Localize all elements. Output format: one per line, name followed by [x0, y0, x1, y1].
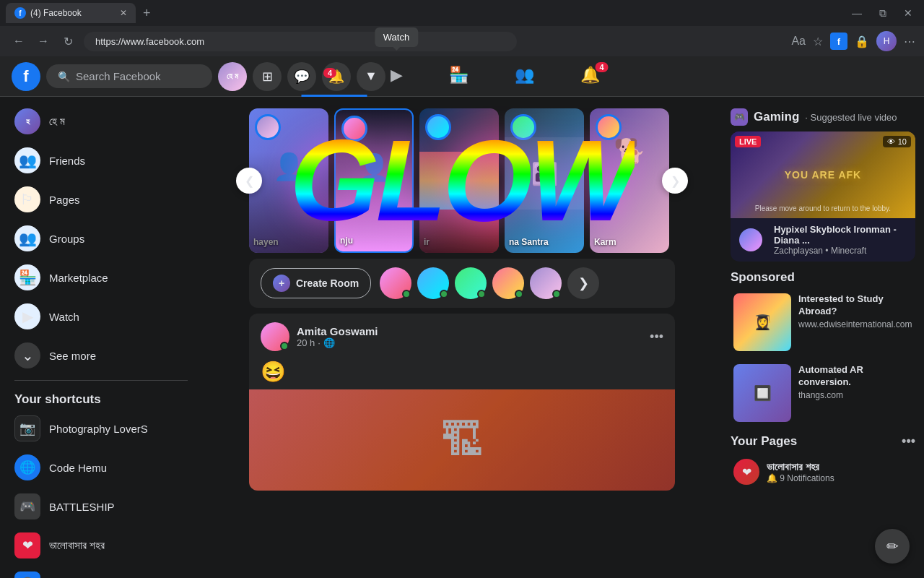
shortcut-codehemu[interactable]: 🌐 Code Hemu — [6, 449, 196, 486]
view-count: 👁 10 — [883, 136, 911, 147]
sidebar-item-groups[interactable]: 👥 Groups — [6, 220, 196, 257]
online-indicator-3 — [477, 290, 486, 298]
tab-close-button[interactable]: ✕ — [120, 8, 127, 18]
sidebar-item-friends[interactable]: 👥 Friends — [6, 142, 196, 179]
eye-icon: 👁 — [887, 137, 895, 146]
online-indicator-1 — [402, 290, 411, 298]
shortcut-8ball[interactable]: 🎱 8 Ball Pool — [6, 566, 196, 578]
post-user-avatar[interactable] — [261, 322, 289, 351]
sidebar-item-seemore[interactable]: ⌄ See more — [6, 337, 196, 374]
sidebar-item-watch[interactable]: ▶ Watch — [6, 298, 196, 335]
codehemu-icon: 🌐 — [14, 454, 40, 480]
post-user-name[interactable]: Amita Goswami — [297, 325, 378, 337]
stories-next-button[interactable]: ❯ — [662, 168, 688, 194]
ad-info-1: Interested to Study Abroad? www.edwisein… — [798, 293, 912, 329]
edit-fab-button[interactable]: ✏ — [875, 529, 910, 564]
room-user-2[interactable] — [417, 267, 449, 299]
maximize-button[interactable]: ⧉ — [873, 6, 892, 21]
sidebar-item-pages[interactable]: 🏳 Pages — [6, 181, 196, 218]
room-user-5[interactable] — [530, 267, 562, 299]
reload-button[interactable]: ↻ — [58, 31, 78, 51]
sidebar-item-marketplace[interactable]: 🏪 Marketplace — [6, 259, 196, 296]
ad-item-2[interactable]: 🔲 Automated AR conversion. thangs.com — [731, 361, 915, 425]
ad-title-2: Automated AR conversion. — [798, 364, 912, 389]
menu-icon[interactable]: ⋯ — [904, 35, 915, 48]
stories-prev-button[interactable]: ❮ — [236, 168, 262, 194]
fb-logo[interactable]: f — [12, 62, 40, 91]
close-button[interactable]: ✕ — [898, 6, 918, 21]
create-room-button[interactable]: + Create Room — [261, 268, 371, 298]
messenger-button[interactable]: 💬 — [287, 62, 316, 91]
room-user-1[interactable] — [380, 267, 411, 299]
stream-info: Hypixel Skyblock Ironman - Diana ... Zac… — [731, 218, 915, 262]
sidebar-friends-label: Friends — [49, 155, 85, 167]
wallet-icon[interactable]: 🔒 — [855, 35, 869, 48]
story-card-5[interactable]: Karm 🐕 — [590, 108, 669, 253]
friends-icon: 👥 — [14, 147, 40, 173]
bookmark-icon[interactable]: ☆ — [813, 35, 823, 48]
room-more-button[interactable]: ❯ — [567, 267, 599, 299]
story-avatar-3 — [425, 114, 451, 140]
pages-icon: 🏳 — [14, 186, 40, 212]
photography-label: Photography LoverS — [49, 423, 148, 435]
search-icon: 🔍 — [58, 71, 70, 82]
create-room-icon: + — [273, 275, 290, 292]
gaming-label: 🎮 Gaming · Suggested live video — [731, 108, 897, 126]
dropdown-button[interactable]: ▼ — [357, 62, 385, 91]
bell-button[interactable]: 🔔 4 — [322, 62, 351, 91]
fb-header: f 🔍 Search Facebook 🏠 ▶ Watch 🏪 👥 🔔 4 হে… — [0, 56, 924, 97]
shortcut-bhalobashar[interactable]: ❤ ভালোবাসার শহর — [6, 527, 196, 564]
sidebar-item-user[interactable]: হ হে ম — [6, 103, 196, 140]
header-right: হে ম ⊞ 💬 🔔 4 ▼ — [218, 62, 385, 91]
address-bar: ← → ↻ Aa ☆ f 🔒 H ⋯ — [0, 26, 924, 56]
live-thumbnail[interactable]: YOU ARE AFK Please move around to return… — [731, 131, 915, 218]
story-card-3[interactable]: ir — [419, 108, 499, 253]
nav-buttons: ← → ↻ — [9, 31, 78, 51]
sponsored-section-title: Sponsored — [731, 270, 915, 285]
room-user-4[interactable] — [492, 267, 524, 299]
ad-item-1[interactable]: 👩‍🎓 Interested to Study Abroad? www.edwi… — [731, 290, 915, 354]
story-card-4[interactable]: na Santra 👨‍👩‍👧 — [505, 108, 584, 253]
sidebar-user-initials: হ — [26, 117, 30, 126]
profile-icon[interactable]: H — [876, 31, 897, 51]
ad-image-1: 👩‍🎓 — [754, 314, 772, 331]
battleship-label: BATTLESHIP — [49, 501, 115, 513]
room-section: + Create Room — [249, 259, 675, 308]
story-avatar-5 — [596, 114, 622, 140]
bell-small-icon: 🔔 — [767, 473, 777, 483]
new-tab-button[interactable]: + — [139, 4, 155, 22]
ad-thumb-1: 👩‍🎓 — [733, 293, 791, 351]
stream-text-info: Hypixel Skyblock Ironman - Diana ... Zac… — [774, 224, 907, 256]
shortcut-battleship[interactable]: 🎮 BATTLESHIP — [6, 488, 196, 525]
user-avatar[interactable]: হে ম — [218, 62, 247, 91]
nav-marketplace[interactable]: 🏪 — [426, 56, 492, 97]
page-name-1: ভালোবাসার শহর — [767, 461, 912, 473]
post-more-button[interactable]: ••• — [650, 329, 663, 345]
window-controls: — ⧉ ✕ — [846, 6, 918, 21]
url-input[interactable] — [84, 32, 517, 51]
fb-ext-icon[interactable]: f — [830, 33, 847, 50]
pages-more-button[interactable]: ••• — [902, 434, 915, 449]
nav-notifications[interactable]: 🔔 4 — [557, 56, 623, 97]
sidebar-user-avatar: হ — [14, 108, 40, 134]
story-card-2[interactable]: nju 👤 — [334, 108, 414, 253]
apps-button[interactable]: ⊞ — [253, 62, 282, 91]
post-emoji-content: 😆 — [249, 357, 675, 389]
forward-button[interactable]: → — [33, 31, 53, 51]
nav-groups[interactable]: 👥 — [492, 56, 557, 97]
ad-title-1: Interested to Study Abroad? — [798, 293, 912, 318]
online-indicator-4 — [515, 290, 523, 298]
search-bar[interactable]: 🔍 Search Facebook — [46, 64, 212, 88]
reader-icon[interactable]: Aa — [791, 35, 806, 48]
page-item-1[interactable]: ❤ ভালোবাসার শহর 🔔 9 Notifications — [731, 454, 915, 489]
shortcut-photography[interactable]: 📷 Photography LoverS — [6, 410, 196, 447]
ad-thumb-2: 🔲 — [733, 364, 791, 422]
gaming-card[interactable]: YOU ARE AFK Please move around to return… — [731, 131, 915, 262]
sidebar-divider — [14, 380, 188, 381]
photography-icon: 📷 — [14, 415, 40, 441]
active-tab[interactable]: f (4) Facebook ✕ — [6, 3, 136, 23]
back-button[interactable]: ← — [9, 31, 29, 51]
minimize-button[interactable]: — — [846, 6, 868, 21]
room-user-3[interactable] — [455, 267, 487, 299]
right-panel: 🎮 Gaming · Suggested live video YOU ARE … — [722, 97, 924, 578]
